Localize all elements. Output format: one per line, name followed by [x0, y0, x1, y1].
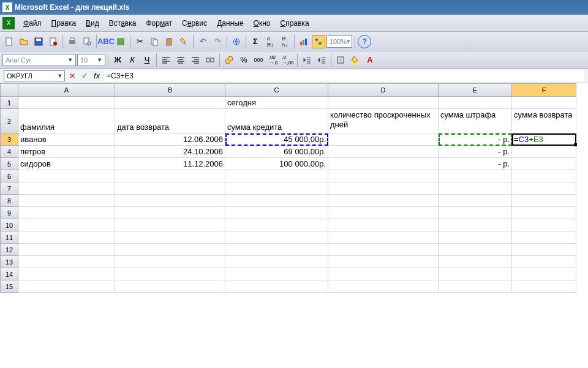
row-header[interactable]: 15 [0, 280, 18, 293]
cell[interactable]: петров [18, 146, 115, 158]
cell[interactable] [512, 195, 576, 207]
cell[interactable] [512, 207, 576, 219]
cell[interactable]: сидоров [18, 158, 115, 170]
cut-button[interactable]: ✂ [133, 35, 146, 48]
research-button[interactable] [114, 35, 127, 48]
cell[interactable] [18, 97, 115, 109]
cell[interactable] [18, 195, 115, 207]
align-left-button[interactable] [159, 53, 173, 67]
menu-data[interactable]: Данные [212, 18, 248, 29]
drawing-button[interactable] [312, 35, 325, 48]
cell[interactable] [328, 244, 439, 256]
cell[interactable] [512, 97, 576, 109]
cell[interactable] [328, 280, 439, 293]
autosum-button[interactable]: Σ [249, 35, 262, 48]
cell[interactable] [225, 244, 328, 256]
cell[interactable] [225, 268, 328, 280]
cell[interactable] [328, 182, 439, 195]
cell[interactable] [439, 97, 512, 109]
cell[interactable] [439, 256, 512, 268]
bold-button[interactable]: Ж [111, 53, 124, 67]
preview-button[interactable] [80, 35, 94, 48]
cell[interactable] [225, 231, 328, 244]
cells-area[interactable]: сегодня фамилия дата возврата сумма кред… [18, 97, 576, 293]
cell[interactable] [115, 268, 225, 280]
cell[interactable] [18, 182, 115, 195]
row-header[interactable]: 13 [0, 256, 18, 268]
cell[interactable]: фамилия [18, 109, 115, 133]
new-button[interactable] [2, 35, 16, 48]
cell[interactable] [512, 231, 576, 244]
row-header[interactable]: 12 [0, 244, 18, 256]
row-header[interactable]: 14 [0, 268, 18, 280]
cell[interactable] [439, 182, 512, 195]
cell[interactable] [328, 207, 439, 219]
cell[interactable]: сумма кредита [225, 109, 328, 133]
cell[interactable] [115, 97, 225, 109]
menu-help[interactable]: Справка [275, 18, 314, 29]
cell[interactable] [225, 195, 328, 207]
col-header[interactable]: E [439, 83, 512, 97]
cell[interactable]: - р. [439, 158, 512, 170]
cell[interactable] [512, 219, 576, 231]
cell[interactable] [18, 280, 115, 293]
cell[interactable]: 100 000,00р. [225, 158, 328, 170]
cell[interactable] [439, 244, 512, 256]
cell[interactable] [18, 256, 115, 268]
cell[interactable]: иванов [18, 133, 115, 146]
percent-button[interactable]: % [237, 53, 251, 67]
cell[interactable] [18, 219, 115, 231]
cell[interactable] [225, 256, 328, 268]
cell[interactable]: - р. [439, 146, 512, 158]
cell[interactable] [115, 195, 225, 207]
cell[interactable]: 45 000,00р. [225, 133, 328, 146]
cell[interactable] [512, 244, 576, 256]
cell[interactable] [439, 207, 512, 219]
col-header[interactable]: D [328, 83, 439, 97]
cell[interactable] [18, 268, 115, 280]
open-button[interactable] [17, 35, 31, 48]
copy-button[interactable] [148, 35, 161, 48]
undo-button[interactable]: ↶ [196, 35, 209, 48]
permission-button[interactable] [47, 35, 60, 48]
merge-center-button[interactable]: a [203, 53, 217, 67]
increase-decimal-button[interactable]: ,00→,0 [266, 53, 280, 67]
increase-indent-button[interactable] [315, 53, 328, 67]
cell[interactable]: количество проскроченных дней [328, 109, 439, 133]
cell[interactable] [115, 280, 225, 293]
comma-button[interactable]: 000 [252, 53, 265, 67]
cell[interactable] [512, 280, 576, 293]
active-cell[interactable]: =C3+E3 [512, 133, 576, 146]
col-header[interactable]: A [18, 83, 115, 97]
underline-button[interactable]: Ч [140, 53, 154, 67]
menu-file[interactable]: Файл [18, 18, 47, 29]
row-header[interactable]: 8 [0, 195, 18, 207]
cell[interactable] [18, 170, 115, 182]
col-header[interactable]: C [225, 83, 328, 97]
chart-button[interactable] [297, 35, 311, 48]
cell[interactable] [115, 244, 225, 256]
currency-button[interactable] [222, 53, 236, 67]
cell[interactable] [328, 133, 439, 146]
print-button[interactable] [66, 35, 79, 48]
cell[interactable] [512, 268, 576, 280]
row-header[interactable]: 6 [0, 170, 18, 182]
cell[interactable] [328, 146, 439, 158]
cell[interactable] [439, 231, 512, 244]
cell[interactable] [225, 207, 328, 219]
cell[interactable] [328, 97, 439, 109]
spellcheck-button[interactable]: ABC [99, 35, 113, 48]
row-header[interactable]: 1 [0, 97, 18, 109]
cell[interactable] [328, 231, 439, 244]
row-header[interactable]: 11 [0, 231, 18, 244]
cell[interactable] [225, 219, 328, 231]
format-painter-button[interactable] [177, 35, 190, 48]
font-name-combo[interactable]: Arial Cyr ▾ [2, 54, 76, 66]
cell[interactable] [512, 182, 576, 195]
sort-asc-button[interactable]: AЯ↓ [263, 35, 277, 48]
zoom-combo[interactable]: 100% ▾ [326, 36, 352, 48]
col-header[interactable]: F [512, 83, 576, 97]
cell[interactable] [328, 158, 439, 170]
cell[interactable]: 69 000,00р. [225, 146, 328, 158]
cell[interactable] [18, 207, 115, 219]
